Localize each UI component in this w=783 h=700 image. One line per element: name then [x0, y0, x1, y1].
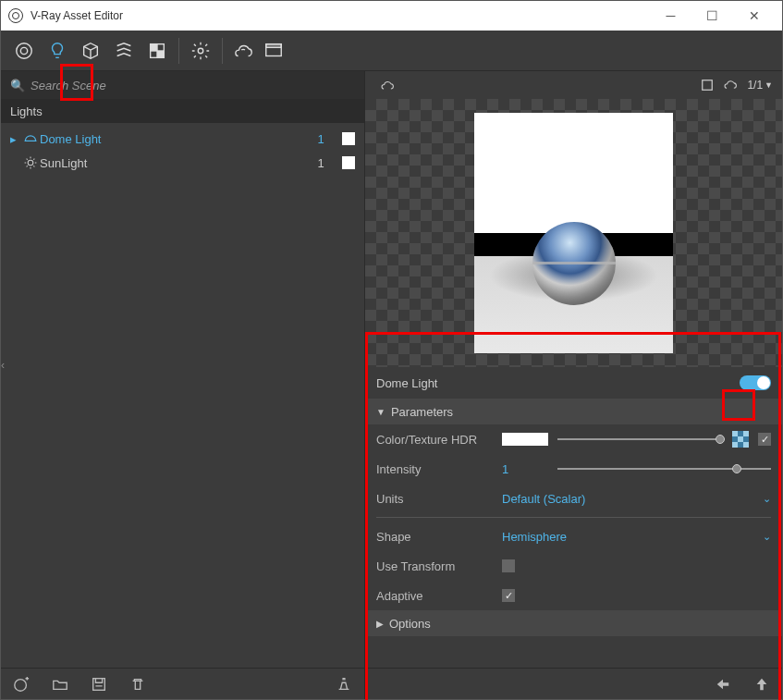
preview-toolbar: 1/1 ▼ [365, 71, 782, 99]
svg-point-9 [15, 679, 27, 691]
sun-light-icon [21, 155, 40, 170]
dome-light-icon [21, 131, 40, 146]
preview-viewport[interactable] [365, 99, 782, 367]
svg-point-1 [20, 47, 27, 54]
close-button[interactable]: ✕ [733, 1, 775, 31]
svg-rect-3 [151, 43, 157, 50]
param-label: Adaptive [376, 589, 493, 603]
up-arrow-button[interactable] [752, 675, 771, 694]
color-slider[interactable] [557, 438, 723, 440]
expand-left-handle[interactable]: ‹ [1, 347, 10, 384]
units-row: Units Default (Scalar) ⌄ [365, 484, 782, 513]
delete-button[interactable] [128, 675, 147, 694]
color-swatch[interactable] [502, 433, 548, 446]
app-logo-icon [8, 8, 23, 23]
svg-rect-10 [93, 678, 105, 690]
search-input[interactable]: 🔍 Search Scene [1, 71, 364, 99]
content-area: ‹ [1, 31, 782, 699]
color-texture-row: Color/Texture HDR [365, 424, 782, 454]
materials-tab-icon[interactable] [10, 37, 38, 65]
texture-picker-icon[interactable] [732, 431, 749, 448]
tree-item-sun-light[interactable]: SunLight 1 [1, 151, 364, 175]
back-arrow-button[interactable] [714, 675, 732, 694]
use-transform-checkbox[interactable] [502, 559, 515, 572]
collapse-arrow-icon: ▼ [376, 407, 385, 417]
expand-arrow-icon: ▶ [376, 619, 384, 629]
properties-title-row: Dome Light [365, 367, 782, 399]
section-label: Parameters [391, 405, 453, 419]
settings-tab-icon[interactable] [187, 37, 214, 65]
search-icon: 🔍 [10, 79, 25, 92]
preview-image [474, 113, 673, 353]
textures-tab-icon[interactable] [143, 37, 171, 65]
intensity-input[interactable]: 1 [502, 462, 548, 476]
svg-rect-4 [157, 51, 164, 57]
intensity-slider[interactable] [557, 468, 771, 470]
geometry-tab-icon[interactable] [77, 37, 104, 65]
options-section-header[interactable]: ▶ Options [365, 610, 782, 636]
svg-point-8 [28, 160, 33, 166]
divider [376, 517, 771, 518]
main-toolbar [1, 31, 782, 71]
properties-panel: Dome Light ▼ Parameters Color/Texture HD… [365, 367, 782, 668]
chevron-down-icon[interactable]: ▼ [765, 80, 773, 90]
right-panel: 1/1 ▼ Dome Light [365, 71, 782, 699]
texture-enable-checkbox[interactable] [758, 433, 771, 446]
svg-rect-7 [266, 43, 282, 47]
units-dropdown[interactable]: Default (Scalar) ⌄ [502, 492, 771, 506]
preview-layout-icon[interactable] [697, 75, 717, 95]
asset-tree: ▸ Dome Light 1 SunLight [1, 123, 364, 668]
titlebar: V-Ray Asset Editor ─ ☐ ✕ [1, 1, 782, 31]
param-label: Shape [376, 530, 493, 544]
tree-item-count: 1 [307, 156, 335, 170]
svg-point-5 [198, 48, 203, 54]
add-asset-button[interactable] [12, 675, 31, 694]
save-button[interactable] [90, 675, 108, 694]
right-bottom-toolbar [365, 668, 782, 699]
tree-item-count: 1 [307, 132, 335, 146]
preview-counter: 1/1 [747, 79, 763, 92]
properties-title: Dome Light [376, 376, 437, 390]
svg-rect-11 [703, 80, 713, 91]
app-window: V-Ray Asset Editor ─ ☐ ✕ ‹ [0, 0, 783, 700]
param-label: Intensity [376, 462, 493, 476]
maximize-button[interactable]: ☐ [691, 1, 733, 31]
tree-item-swatch[interactable] [342, 132, 355, 145]
shape-row: Shape Hemisphere ⌄ [365, 522, 782, 551]
parameters-section-header[interactable]: ▼ Parameters [365, 399, 782, 424]
param-label: Color/Texture HDR [376, 433, 493, 447]
asset-category-header: Lights [1, 99, 364, 123]
section-label: Options [389, 617, 431, 631]
tree-item-swatch[interactable] [342, 156, 355, 169]
expand-caret-icon[interactable]: ▸ [10, 132, 21, 146]
left-bottom-toolbar [1, 668, 364, 699]
adaptive-row: Adaptive [365, 581, 782, 610]
tree-item-label: SunLight [40, 156, 307, 170]
search-placeholder: Search Scene [31, 79, 106, 92]
render-button-icon[interactable] [230, 37, 258, 65]
enable-toggle[interactable] [740, 375, 771, 390]
tree-item-label: Dome Light [40, 132, 307, 146]
purge-button[interactable] [335, 675, 353, 694]
dropdown-value: Hemisphere [502, 530, 567, 544]
intensity-row: Intensity 1 [365, 454, 782, 484]
param-label: Units [376, 492, 493, 506]
chevron-down-icon: ⌄ [763, 493, 771, 505]
tree-item-dome-light[interactable]: ▸ Dome Light 1 [1, 127, 364, 151]
window-title: V-Ray Asset Editor [31, 9, 123, 22]
preview-teapot-icon[interactable] [721, 75, 741, 95]
render-preview-icon[interactable] [378, 75, 398, 95]
minimize-button[interactable]: ─ [650, 1, 691, 31]
param-label: Use Transform [376, 559, 493, 573]
frame-buffer-icon[interactable] [260, 37, 288, 65]
shape-dropdown[interactable]: Hemisphere ⌄ [502, 530, 771, 544]
svg-point-0 [17, 43, 32, 58]
asset-list-panel: 🔍 Search Scene Lights ▸ Dome Light 1 [1, 71, 365, 699]
lights-tab-icon[interactable] [43, 37, 71, 65]
use-transform-row: Use Transform [365, 551, 782, 581]
dropdown-value: Default (Scalar) [502, 492, 585, 506]
render-elements-tab-icon[interactable] [110, 37, 138, 65]
chevron-down-icon: ⌄ [763, 531, 771, 543]
adaptive-checkbox[interactable] [502, 589, 515, 602]
open-folder-button[interactable] [51, 675, 69, 694]
